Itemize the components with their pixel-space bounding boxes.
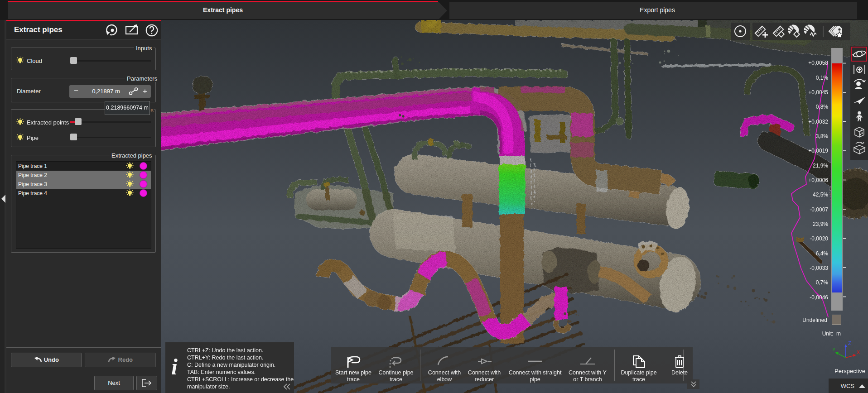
svg-text:X: X [857,350,860,355]
svg-text:Z: Z [848,340,851,346]
svg-text:Y: Y [832,347,836,352]
